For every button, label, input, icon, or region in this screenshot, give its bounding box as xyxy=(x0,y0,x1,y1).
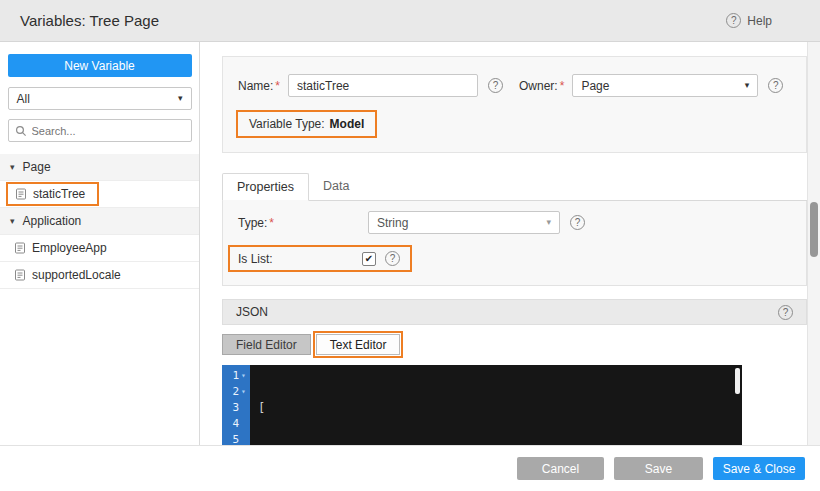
tab-data[interactable]: Data xyxy=(309,173,363,200)
line-number: 1 xyxy=(232,368,239,384)
editor-mode-tabs: Field Editor Text Editor xyxy=(222,331,807,358)
main-scrollbar[interactable] xyxy=(807,42,820,445)
annotation-highlight-variable-type: Variable Type: Model xyxy=(236,110,377,138)
save-and-close-button[interactable]: Save & Close xyxy=(713,457,805,480)
new-variable-button[interactable]: New Variable xyxy=(8,54,192,77)
is-list-checkbox[interactable]: ✔ xyxy=(362,252,376,266)
required-asterisk: * xyxy=(269,216,274,230)
json-code-editor[interactable]: 1▾ 2▾ 3 4 5 [ { "label": "item1", "icon"… xyxy=(222,365,742,445)
variable-type-label: Variable Type: xyxy=(249,117,325,131)
owner-help-icon[interactable]: ? xyxy=(768,78,783,93)
search-box[interactable] xyxy=(8,119,192,142)
main-panel: Name:* ? Owner:* Page ▾ ? xyxy=(200,42,807,445)
owner-select[interactable]: Page ▾ xyxy=(572,74,758,97)
tree-item-label: staticTree xyxy=(33,187,85,201)
help-link[interactable]: ? Help xyxy=(726,13,772,28)
collapse-icon: ▾ xyxy=(10,163,15,172)
type-help-icon[interactable]: ? xyxy=(570,215,585,230)
dialog-header: Variables: Tree Page ? Help xyxy=(0,0,820,42)
owner-label: Owner:* xyxy=(519,79,564,93)
variables-dialog: Variables: Tree Page ? Help New Variable… xyxy=(0,0,820,491)
editor-scrollbar[interactable] xyxy=(735,368,740,394)
tree-item-supportedLocale[interactable]: supportedLocale xyxy=(0,262,199,289)
filter-selected-value: All xyxy=(17,92,30,106)
model-variable-icon xyxy=(15,188,27,200)
model-variable-icon xyxy=(14,242,26,254)
tree-group-application[interactable]: ▾ Application xyxy=(0,208,199,235)
variable-type-value: Model xyxy=(330,117,365,131)
variable-form: Name:* ? Owner:* Page ▾ ? xyxy=(222,56,807,153)
type-selected-value: String xyxy=(377,216,408,230)
name-label: Name:* xyxy=(238,79,280,93)
variables-tree: ▾ Page staticTree ▾ xyxy=(0,154,199,289)
is-list-help-icon[interactable]: ? xyxy=(385,251,400,266)
page-title: Variables: Tree Page xyxy=(20,12,159,29)
tree-item-staticTree[interactable]: staticTree xyxy=(0,181,199,208)
field-editor-tab[interactable]: Field Editor xyxy=(222,334,311,355)
code-line: [ xyxy=(258,400,742,416)
tab-properties[interactable]: Properties xyxy=(222,173,309,201)
caret-down-icon: ▾ xyxy=(546,218,551,227)
line-number: 2 xyxy=(232,384,239,400)
collapse-icon: ▾ xyxy=(10,217,15,226)
name-input[interactable] xyxy=(288,74,478,97)
properties-panel: Type:* String ▾ ? Is List: ✔ ? xyxy=(222,201,807,286)
tree-group-page[interactable]: ▾ Page xyxy=(0,154,199,181)
type-select[interactable]: String ▾ xyxy=(368,211,560,234)
search-input[interactable] xyxy=(32,125,185,137)
owner-selected-value: Page xyxy=(581,79,609,93)
save-button[interactable]: Save xyxy=(614,457,703,480)
check-icon: ✔ xyxy=(365,254,373,264)
help-icon: ? xyxy=(726,13,741,28)
json-help-icon[interactable]: ? xyxy=(778,305,793,320)
variables-sidebar: New Variable All ▾ ▾ Page xyxy=(0,42,200,445)
variable-filter-select[interactable]: All ▾ xyxy=(8,87,192,110)
caret-down-icon: ▾ xyxy=(178,94,183,103)
annotation-highlight-text-editor: Text Editor xyxy=(313,331,404,358)
tree-group-label: Application xyxy=(23,214,82,228)
fold-icon[interactable]: ▾ xyxy=(239,384,248,400)
text-editor-tab[interactable]: Text Editor xyxy=(316,334,401,355)
tree-item-employeeApp[interactable]: EmployeeApp xyxy=(0,235,199,262)
line-number: 3 xyxy=(232,400,239,416)
caret-down-icon: ▾ xyxy=(745,81,750,90)
tree-group-label: Page xyxy=(23,160,51,174)
tree-item-label: supportedLocale xyxy=(32,268,121,282)
model-variable-icon xyxy=(14,269,26,281)
dialog-body: New Variable All ▾ ▾ Page xyxy=(0,42,820,445)
is-list-label: Is List: xyxy=(238,252,362,266)
required-asterisk: * xyxy=(560,79,565,93)
line-number: 5 xyxy=(232,432,239,445)
annotation-highlight-is-list: Is List: ✔ ? xyxy=(228,245,412,272)
tree-item-label: EmployeeApp xyxy=(32,241,107,255)
name-help-icon[interactable]: ? xyxy=(488,78,503,93)
detail-tabs: Properties Data xyxy=(222,173,807,201)
help-label: Help xyxy=(747,14,772,28)
line-number: 4 xyxy=(232,416,239,432)
code-content[interactable]: [ { "label": "item1", "icon": "fa fa-ali… xyxy=(250,365,742,445)
search-icon xyxy=(15,125,27,137)
editor-gutter: 1▾ 2▾ 3 4 5 xyxy=(222,365,250,445)
cancel-button[interactable]: Cancel xyxy=(517,457,604,480)
main-scrollbar-thumb[interactable] xyxy=(810,202,818,257)
json-section-title: JSON xyxy=(236,305,268,319)
json-section-header: JSON ? xyxy=(222,299,807,325)
dialog-footer: Cancel Save Save & Close xyxy=(0,445,820,491)
annotation-highlight-staticTree: staticTree xyxy=(6,182,99,206)
type-label: Type:* xyxy=(238,216,368,230)
required-asterisk: * xyxy=(275,79,280,93)
fold-icon[interactable]: ▾ xyxy=(239,368,248,384)
